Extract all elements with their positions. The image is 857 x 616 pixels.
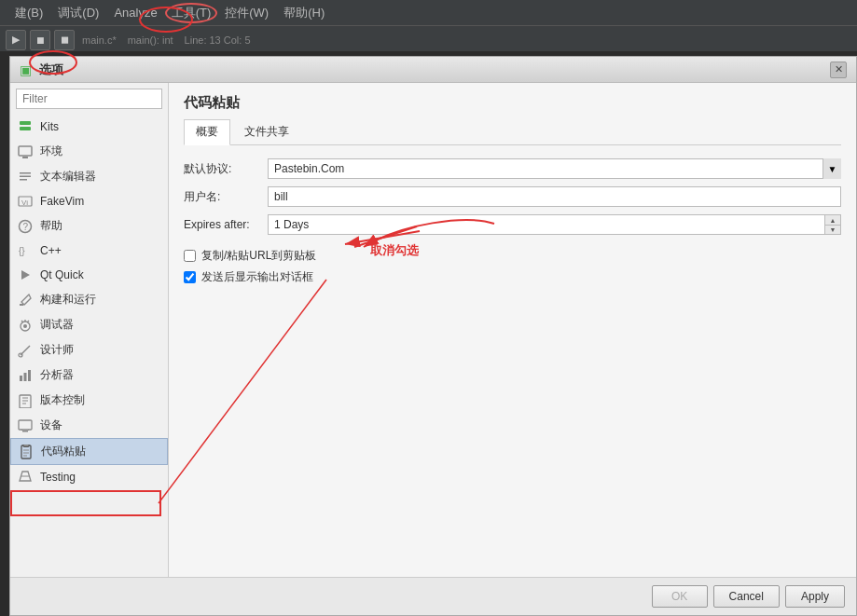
sidebar-label-vcs: 版本控制 xyxy=(40,392,85,408)
svg-text:{}: {} xyxy=(19,246,25,256)
sidebar-item-device[interactable]: 设备 xyxy=(10,413,168,438)
sidebar-item-codepaste[interactable]: 代码粘贴 xyxy=(10,438,168,465)
expires-row: Expires after: ▲ ▼ xyxy=(184,214,841,235)
expires-input[interactable] xyxy=(268,214,824,235)
menu-debug[interactable]: 调试(D) xyxy=(50,3,106,23)
ok-button[interactable]: OK xyxy=(652,585,708,608)
svg-rect-24 xyxy=(20,395,31,408)
svg-rect-0 xyxy=(20,121,31,125)
show-output-label: 发送后显示输出对话框 xyxy=(201,269,313,285)
uncheck-annotation: 取消勾选 xyxy=(370,243,419,257)
menu-controls[interactable]: 控件(W) xyxy=(217,3,276,23)
sidebar-item-editor[interactable]: 文本编辑器 xyxy=(10,164,168,189)
svg-rect-5 xyxy=(20,175,31,177)
username-label: 用户名: xyxy=(184,189,268,205)
cancel-button[interactable]: Cancel xyxy=(713,585,780,608)
options-title-bar: ▣ 选项 ✕ xyxy=(10,57,856,83)
svg-rect-32 xyxy=(21,445,31,459)
sidebar-label-help: 帮助 xyxy=(40,218,62,234)
options-dialog: ▣ 选项 ✕ Kits xyxy=(9,56,857,616)
protocol-label: 默认协议: xyxy=(184,161,268,177)
sidebar-label-testing: Testing xyxy=(40,471,76,484)
sidebar-item-designer[interactable]: 设计师 xyxy=(10,337,168,363)
svg-marker-12 xyxy=(21,270,30,280)
sidebar-item-testing[interactable]: Testing xyxy=(10,465,168,489)
sidebar-label-qtquick: Qt Quick xyxy=(40,268,84,281)
expires-spinner-buttons: ▲ ▼ xyxy=(824,214,841,235)
debug-icon xyxy=(18,318,33,333)
file-indicator: main.c* xyxy=(82,34,117,46)
sidebar-label-debug: 调试器 xyxy=(40,317,74,333)
menu-tools[interactable]: 工具(T) xyxy=(165,3,218,23)
svg-rect-4 xyxy=(20,172,31,174)
menu-analyze[interactable]: Analyze xyxy=(106,4,164,21)
protocol-row: 默认协议: Pastebin.Com ▼ xyxy=(184,158,841,179)
sidebar: Kits 环境 文本编辑器 xyxy=(10,83,169,577)
fakevim-icon: Vi xyxy=(18,194,33,209)
sidebar-item-vcs[interactable]: 版本控制 xyxy=(10,388,168,413)
filter-input[interactable] xyxy=(16,89,162,109)
checkbox2-row: 发送后显示输出对话框 xyxy=(184,269,841,285)
line-col-indicator: Line: 13 Col: 5 xyxy=(185,34,251,46)
toolbar-btn-2[interactable]: ⏹ xyxy=(30,30,50,50)
toolbar-btn-3[interactable]: ◼ xyxy=(54,30,75,50)
toolbar-btn-1[interactable]: ▶ xyxy=(6,30,26,50)
designer-icon xyxy=(18,343,33,358)
spinner-up-button[interactable]: ▲ xyxy=(825,215,840,225)
dialog-footer: OK Cancel Apply xyxy=(10,577,856,615)
svg-line-16 xyxy=(21,321,23,322)
svg-line-17 xyxy=(27,321,29,322)
sidebar-item-cpp[interactable]: {} C++ xyxy=(10,239,168,263)
device-icon xyxy=(18,418,33,433)
tab-summary[interactable]: 概要 xyxy=(184,119,230,145)
dialog-overlay: ▣ 选项 ✕ Kits xyxy=(0,51,857,616)
svg-rect-33 xyxy=(23,445,29,447)
svg-rect-23 xyxy=(28,370,31,381)
svg-rect-6 xyxy=(20,179,27,181)
svg-line-31 xyxy=(28,430,29,431)
sidebar-label-kits: Kits xyxy=(40,120,59,133)
sidebar-item-debug[interactable]: 调试器 xyxy=(10,312,168,337)
menu-build[interactable]: 建(B) xyxy=(7,3,50,23)
sidebar-item-build[interactable]: 构建和运行 xyxy=(10,287,168,312)
toolbar: ▶ ⏹ ◼ main.c* main(): int Line: 13 Col: … xyxy=(0,26,857,54)
content-area: 代码粘贴 概要 文件共享 默认协议: Pastebin.Com ▼ xyxy=(169,83,856,577)
username-input[interactable] xyxy=(268,186,841,207)
options-body: Kits 环境 文本编辑器 xyxy=(10,83,856,577)
close-button[interactable]: ✕ xyxy=(830,62,847,78)
sidebar-label-env: 环境 xyxy=(40,144,62,159)
sidebar-item-env[interactable]: 环境 xyxy=(10,139,168,164)
sidebar-label-editor: 文本编辑器 xyxy=(40,169,96,185)
analyzer-icon xyxy=(18,368,33,383)
svg-rect-13 xyxy=(20,304,23,306)
codepaste-icon xyxy=(19,445,34,459)
sidebar-item-fakevim[interactable]: Vi FakeVim xyxy=(10,189,168,213)
menu-help[interactable]: 帮助(H) xyxy=(276,3,332,23)
qtquick-icon xyxy=(18,267,33,282)
menu-bar: 建(B) 调试(D) Analyze 工具(T) 控件(W) 帮助(H) xyxy=(0,0,857,26)
sidebar-label-codepaste: 代码粘贴 xyxy=(41,444,86,459)
sidebar-item-kits[interactable]: Kits xyxy=(10,115,168,139)
build-icon xyxy=(18,293,33,308)
spinner-down-button[interactable]: ▼ xyxy=(825,225,840,234)
svg-text:?: ? xyxy=(23,222,29,232)
sidebar-label-designer: 设计师 xyxy=(40,342,74,358)
protocol-select[interactable]: Pastebin.Com xyxy=(268,158,841,179)
sidebar-label-analyzer: 分析器 xyxy=(40,367,74,383)
env-icon xyxy=(18,144,33,159)
apply-button[interactable]: Apply xyxy=(785,585,845,608)
copy-url-checkbox[interactable] xyxy=(184,250,196,262)
svg-rect-1 xyxy=(20,127,31,130)
sidebar-item-qtquick[interactable]: Qt Quick xyxy=(10,263,168,287)
username-row: 用户名: xyxy=(184,186,841,207)
svg-point-18 xyxy=(23,324,27,328)
options-title: 选项 xyxy=(39,62,63,78)
sidebar-item-analyzer[interactable]: 分析器 xyxy=(10,363,168,388)
tab-fileshare[interactable]: 文件共享 xyxy=(232,119,301,144)
sidebar-item-help[interactable]: ? 帮助 xyxy=(10,213,168,239)
svg-rect-3 xyxy=(22,157,28,158)
vcs-icon xyxy=(18,393,33,408)
annotation-container: 取消勾选 xyxy=(370,242,841,259)
expires-label: Expires after: xyxy=(184,218,268,231)
show-output-checkbox[interactable] xyxy=(184,271,196,283)
